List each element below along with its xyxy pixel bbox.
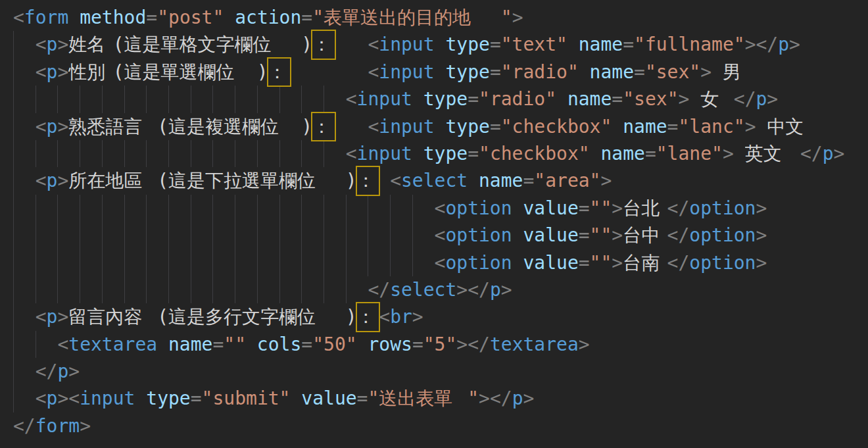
- syntax-token-tag: option: [689, 224, 756, 246]
- syntax-token-pun: >: [756, 197, 767, 219]
- syntax-token-tag: form: [24, 7, 68, 28]
- code-line-16[interactable]: </form>: [13, 412, 868, 439]
- code-line-14[interactable]: </p>: [13, 358, 868, 385]
- syntax-token-attr: type: [435, 34, 490, 55]
- code-line-12[interactable]: <p>留言內容(這是多行文字欄位)：<br>: [13, 303, 868, 330]
- cjk-text-run: 男: [723, 59, 745, 86]
- syntax-token-tag: option: [445, 252, 512, 274]
- indent-guides: [13, 249, 435, 276]
- syntax-token-pun: =: [301, 7, 312, 28]
- syntax-token-tag: br: [390, 306, 412, 328]
- syntax-token-pun: =: [634, 61, 645, 83]
- syntax-token-pun: ><: [57, 387, 80, 409]
- code-line-2[interactable]: <p>姓名(這是單格文字欄位)： <input type="text" name…: [13, 31, 868, 58]
- syntax-token-attr: value: [512, 224, 579, 246]
- syntax-token-pun: <: [435, 224, 446, 246]
- syntax-token-pun: >: [501, 279, 512, 301]
- syntax-token-pun: </: [667, 197, 690, 219]
- syntax-token-pun: =: [579, 224, 590, 246]
- syntax-token-str: "": [590, 224, 612, 246]
- syntax-token-pun: >: [57, 61, 68, 83]
- cjk-text-run: 這是複選欄位: [168, 113, 301, 140]
- syntax-token-tag: input: [379, 116, 434, 137]
- syntax-token-str: "": [590, 252, 612, 274]
- syntax-token-attr: type: [435, 61, 490, 83]
- syntax-token-txt: 熟悉語言(這是複選欄位): [68, 116, 312, 137]
- syntax-token-pun: >: [756, 224, 767, 246]
- syntax-token-tag: input: [379, 34, 434, 55]
- syntax-token-pun: </: [368, 279, 390, 301]
- indent-guides: [13, 303, 36, 330]
- syntax-token-pun: </: [36, 361, 58, 382]
- syntax-token-pun: ></: [479, 387, 512, 409]
- cjk-text-run: 這是單選欄位: [124, 59, 257, 86]
- code-line-11[interactable]: </select></p>: [13, 276, 868, 303]
- syntax-token-pun: <: [368, 34, 379, 55]
- syntax-token-pun: </: [667, 224, 690, 246]
- cjk-text-run: 表單送出的目的地: [324, 4, 501, 31]
- unicode-highlight-box: ：: [357, 306, 379, 328]
- code-line-3[interactable]: <p>性別(這是單選欄位)： <input type="radio" name=…: [13, 59, 868, 86]
- syntax-token-txt: 所在地區(這是下拉選單欄位): [68, 170, 356, 191]
- indent-guides: [13, 140, 346, 167]
- code-line-8[interactable]: <option value="">台北</option>: [13, 195, 868, 222]
- syntax-token-attr: name: [556, 88, 612, 110]
- code-line-13[interactable]: <textarea name="" cols="50" rows="5"></t…: [13, 331, 868, 358]
- syntax-token-tag: p: [47, 34, 58, 55]
- syntax-token-tag: p: [756, 88, 767, 110]
- syntax-token-tag: option: [689, 252, 756, 274]
- syntax-token-str: "50": [312, 334, 356, 355]
- code-line-4[interactable]: <input type="radio" name="sex"> 女 </p>: [13, 86, 868, 112]
- syntax-token-pun: <: [379, 306, 390, 328]
- syntax-token-attr: type: [435, 116, 490, 137]
- indent-guides: [13, 276, 368, 303]
- syntax-token-pun: >: [612, 197, 623, 219]
- syntax-token-attr: type: [135, 387, 190, 409]
- syntax-token-txt: 台南: [623, 252, 667, 274]
- cjk-text-run: 這是單格文字欄位: [124, 31, 302, 58]
- syntax-token-pun: >: [723, 143, 734, 164]
- indent-guides: [13, 195, 435, 222]
- syntax-token-tag: p: [47, 170, 58, 191]
- syntax-token-attr: value: [290, 387, 356, 409]
- syntax-token-tag: p: [490, 279, 501, 301]
- code-line-6[interactable]: <input type="checkbox" name="lane"> 英文 <…: [13, 140, 868, 167]
- code-line-7[interactable]: <p>所在地區(這是下拉選單欄位)： <select name="area">: [13, 167, 868, 194]
- code-line-1[interactable]: <form method="post" action="表單送出的目的地">: [13, 4, 868, 31]
- cjk-text-run: 台中: [623, 222, 667, 249]
- syntax-token-tag: p: [823, 143, 834, 164]
- syntax-token-attr: type: [412, 88, 468, 110]
- code-line-15[interactable]: <p><input type="submit" value="送出表單"></p…: [13, 385, 868, 412]
- code-line-9[interactable]: <option value="">台中</option>: [13, 222, 868, 249]
- cjk-text-run: 所在地區: [68, 167, 157, 194]
- syntax-token-str: "lanc": [678, 116, 744, 137]
- code-line-5[interactable]: <p>熟悉語言(這是複選欄位)： <input type="checkbox" …: [13, 113, 868, 140]
- syntax-token-pun: >: [80, 415, 91, 437]
- code-line-10[interactable]: <option value="">台南</option>: [13, 249, 868, 276]
- unicode-highlight-box: ：: [312, 34, 335, 55]
- cjk-text-run: 女: [700, 86, 723, 112]
- syntax-token-pun: =: [490, 116, 501, 137]
- syntax-token-pun: <: [390, 170, 401, 191]
- syntax-token-str: "radio": [501, 61, 579, 83]
- cjk-text-run: ：: [268, 59, 291, 86]
- syntax-token-txt: [379, 170, 390, 191]
- indent-guides: [13, 113, 36, 140]
- syntax-token-tag: p: [47, 116, 58, 137]
- syntax-token-pun: <: [36, 306, 47, 328]
- syntax-token-tag: p: [512, 387, 523, 409]
- unicode-highlight-box: ：: [357, 170, 379, 191]
- syntax-token-str: "lane": [656, 143, 723, 164]
- syntax-token-pun: >: [512, 7, 523, 28]
- syntax-token-txt: 性別(這是單選欄位): [68, 61, 268, 83]
- syntax-token-pun: </: [800, 143, 823, 164]
- syntax-token-attr: value: [512, 197, 579, 219]
- syntax-token-pun: >: [679, 88, 690, 110]
- code-editor-area[interactable]: <form method="post" action="表單送出的目的地"><p…: [0, 0, 868, 448]
- syntax-token-tag: textarea: [490, 334, 579, 355]
- cjk-text-run: 性別: [68, 59, 112, 86]
- syntax-token-attr: name: [579, 61, 634, 83]
- syntax-token-pun: =: [612, 88, 623, 110]
- syntax-token-pun: <: [346, 143, 357, 164]
- cjk-text-run: 送出表單: [379, 385, 468, 412]
